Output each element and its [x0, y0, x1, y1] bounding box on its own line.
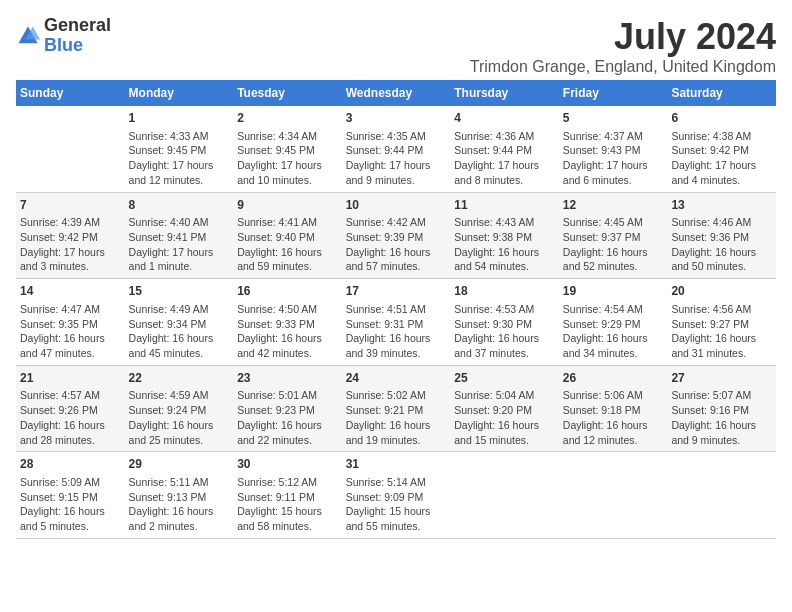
day-number: 2 — [237, 110, 338, 127]
calendar-cell: 12Sunrise: 4:45 AMSunset: 9:37 PMDayligh… — [559, 192, 668, 279]
calendar-cell: 6Sunrise: 4:38 AMSunset: 9:42 PMDaylight… — [667, 106, 776, 192]
header-cell-monday: Monday — [125, 80, 234, 106]
header-row: SundayMondayTuesdayWednesdayThursdayFrid… — [16, 80, 776, 106]
day-number: 23 — [237, 370, 338, 387]
day-number: 1 — [129, 110, 230, 127]
cell-content: Sunrise: 4:36 AMSunset: 9:44 PMDaylight:… — [454, 129, 555, 188]
calendar-body: 1Sunrise: 4:33 AMSunset: 9:45 PMDaylight… — [16, 106, 776, 538]
cell-content: Sunrise: 5:02 AMSunset: 9:21 PMDaylight:… — [346, 388, 447, 447]
cell-content: Sunrise: 4:33 AMSunset: 9:45 PMDaylight:… — [129, 129, 230, 188]
cell-content: Sunrise: 4:53 AMSunset: 9:30 PMDaylight:… — [454, 302, 555, 361]
week-row: 14Sunrise: 4:47 AMSunset: 9:35 PMDayligh… — [16, 279, 776, 366]
cell-content: Sunrise: 4:41 AMSunset: 9:40 PMDaylight:… — [237, 215, 338, 274]
cell-content: Sunrise: 5:06 AMSunset: 9:18 PMDaylight:… — [563, 388, 664, 447]
cell-content: Sunrise: 4:51 AMSunset: 9:31 PMDaylight:… — [346, 302, 447, 361]
logo-line1: General — [44, 16, 111, 36]
header-cell-sunday: Sunday — [16, 80, 125, 106]
day-number: 17 — [346, 283, 447, 300]
calendar-cell: 7Sunrise: 4:39 AMSunset: 9:42 PMDaylight… — [16, 192, 125, 279]
calendar-cell: 26Sunrise: 5:06 AMSunset: 9:18 PMDayligh… — [559, 365, 668, 452]
calendar-cell: 31Sunrise: 5:14 AMSunset: 9:09 PMDayligh… — [342, 452, 451, 539]
calendar-cell: 1Sunrise: 4:33 AMSunset: 9:45 PMDaylight… — [125, 106, 234, 192]
calendar-table: SundayMondayTuesdayWednesdayThursdayFrid… — [16, 80, 776, 539]
day-number: 25 — [454, 370, 555, 387]
calendar-title: July 2024 — [470, 16, 776, 58]
cell-content: Sunrise: 4:35 AMSunset: 9:44 PMDaylight:… — [346, 129, 447, 188]
calendar-cell: 13Sunrise: 4:46 AMSunset: 9:36 PMDayligh… — [667, 192, 776, 279]
calendar-cell: 8Sunrise: 4:40 AMSunset: 9:41 PMDaylight… — [125, 192, 234, 279]
day-number: 6 — [671, 110, 772, 127]
cell-content: Sunrise: 4:54 AMSunset: 9:29 PMDaylight:… — [563, 302, 664, 361]
calendar-cell: 29Sunrise: 5:11 AMSunset: 9:13 PMDayligh… — [125, 452, 234, 539]
day-number: 18 — [454, 283, 555, 300]
day-number: 8 — [129, 197, 230, 214]
day-number: 29 — [129, 456, 230, 473]
calendar-cell: 2Sunrise: 4:34 AMSunset: 9:45 PMDaylight… — [233, 106, 342, 192]
header-cell-tuesday: Tuesday — [233, 80, 342, 106]
day-number: 4 — [454, 110, 555, 127]
day-number: 27 — [671, 370, 772, 387]
calendar-cell: 16Sunrise: 4:50 AMSunset: 9:33 PMDayligh… — [233, 279, 342, 366]
calendar-cell: 10Sunrise: 4:42 AMSunset: 9:39 PMDayligh… — [342, 192, 451, 279]
logo-icon — [16, 24, 40, 48]
cell-content: Sunrise: 4:34 AMSunset: 9:45 PMDaylight:… — [237, 129, 338, 188]
day-number: 14 — [20, 283, 121, 300]
day-number: 12 — [563, 197, 664, 214]
cell-content: Sunrise: 5:01 AMSunset: 9:23 PMDaylight:… — [237, 388, 338, 447]
header-cell-wednesday: Wednesday — [342, 80, 451, 106]
cell-content: Sunrise: 5:09 AMSunset: 9:15 PMDaylight:… — [20, 475, 121, 534]
calendar-cell: 19Sunrise: 4:54 AMSunset: 9:29 PMDayligh… — [559, 279, 668, 366]
day-number: 3 — [346, 110, 447, 127]
cell-content: Sunrise: 4:47 AMSunset: 9:35 PMDaylight:… — [20, 302, 121, 361]
header-cell-friday: Friday — [559, 80, 668, 106]
logo-text: General Blue — [44, 16, 111, 56]
page-header: General Blue July 2024 Trimdon Grange, E… — [16, 16, 776, 76]
cell-content: Sunrise: 5:12 AMSunset: 9:11 PMDaylight:… — [237, 475, 338, 534]
cell-content: Sunrise: 4:50 AMSunset: 9:33 PMDaylight:… — [237, 302, 338, 361]
calendar-cell: 25Sunrise: 5:04 AMSunset: 9:20 PMDayligh… — [450, 365, 559, 452]
cell-content: Sunrise: 4:42 AMSunset: 9:39 PMDaylight:… — [346, 215, 447, 274]
calendar-subtitle: Trimdon Grange, England, United Kingdom — [470, 58, 776, 76]
calendar-cell — [450, 452, 559, 539]
calendar-cell: 5Sunrise: 4:37 AMSunset: 9:43 PMDaylight… — [559, 106, 668, 192]
week-row: 28Sunrise: 5:09 AMSunset: 9:15 PMDayligh… — [16, 452, 776, 539]
week-row: 1Sunrise: 4:33 AMSunset: 9:45 PMDaylight… — [16, 106, 776, 192]
logo: General Blue — [16, 16, 111, 56]
calendar-cell: 21Sunrise: 4:57 AMSunset: 9:26 PMDayligh… — [16, 365, 125, 452]
cell-content: Sunrise: 4:49 AMSunset: 9:34 PMDaylight:… — [129, 302, 230, 361]
calendar-cell: 23Sunrise: 5:01 AMSunset: 9:23 PMDayligh… — [233, 365, 342, 452]
day-number: 15 — [129, 283, 230, 300]
day-number: 5 — [563, 110, 664, 127]
day-number: 24 — [346, 370, 447, 387]
cell-content: Sunrise: 4:37 AMSunset: 9:43 PMDaylight:… — [563, 129, 664, 188]
cell-content: Sunrise: 4:57 AMSunset: 9:26 PMDaylight:… — [20, 388, 121, 447]
day-number: 19 — [563, 283, 664, 300]
cell-content: Sunrise: 5:14 AMSunset: 9:09 PMDaylight:… — [346, 475, 447, 534]
day-number: 11 — [454, 197, 555, 214]
day-number: 21 — [20, 370, 121, 387]
cell-content: Sunrise: 4:43 AMSunset: 9:38 PMDaylight:… — [454, 215, 555, 274]
calendar-cell: 27Sunrise: 5:07 AMSunset: 9:16 PMDayligh… — [667, 365, 776, 452]
cell-content: Sunrise: 4:39 AMSunset: 9:42 PMDaylight:… — [20, 215, 121, 274]
day-number: 9 — [237, 197, 338, 214]
calendar-cell: 18Sunrise: 4:53 AMSunset: 9:30 PMDayligh… — [450, 279, 559, 366]
calendar-cell: 15Sunrise: 4:49 AMSunset: 9:34 PMDayligh… — [125, 279, 234, 366]
day-number: 30 — [237, 456, 338, 473]
cell-content: Sunrise: 4:56 AMSunset: 9:27 PMDaylight:… — [671, 302, 772, 361]
header-cell-thursday: Thursday — [450, 80, 559, 106]
day-number: 28 — [20, 456, 121, 473]
day-number: 26 — [563, 370, 664, 387]
day-number: 7 — [20, 197, 121, 214]
calendar-cell: 9Sunrise: 4:41 AMSunset: 9:40 PMDaylight… — [233, 192, 342, 279]
calendar-cell — [667, 452, 776, 539]
cell-content: Sunrise: 4:40 AMSunset: 9:41 PMDaylight:… — [129, 215, 230, 274]
calendar-cell — [16, 106, 125, 192]
calendar-cell: 24Sunrise: 5:02 AMSunset: 9:21 PMDayligh… — [342, 365, 451, 452]
calendar-cell: 17Sunrise: 4:51 AMSunset: 9:31 PMDayligh… — [342, 279, 451, 366]
cell-content: Sunrise: 4:45 AMSunset: 9:37 PMDaylight:… — [563, 215, 664, 274]
cell-content: Sunrise: 5:04 AMSunset: 9:20 PMDaylight:… — [454, 388, 555, 447]
cell-content: Sunrise: 4:46 AMSunset: 9:36 PMDaylight:… — [671, 215, 772, 274]
header-cell-saturday: Saturday — [667, 80, 776, 106]
day-number: 13 — [671, 197, 772, 214]
cell-content: Sunrise: 4:38 AMSunset: 9:42 PMDaylight:… — [671, 129, 772, 188]
